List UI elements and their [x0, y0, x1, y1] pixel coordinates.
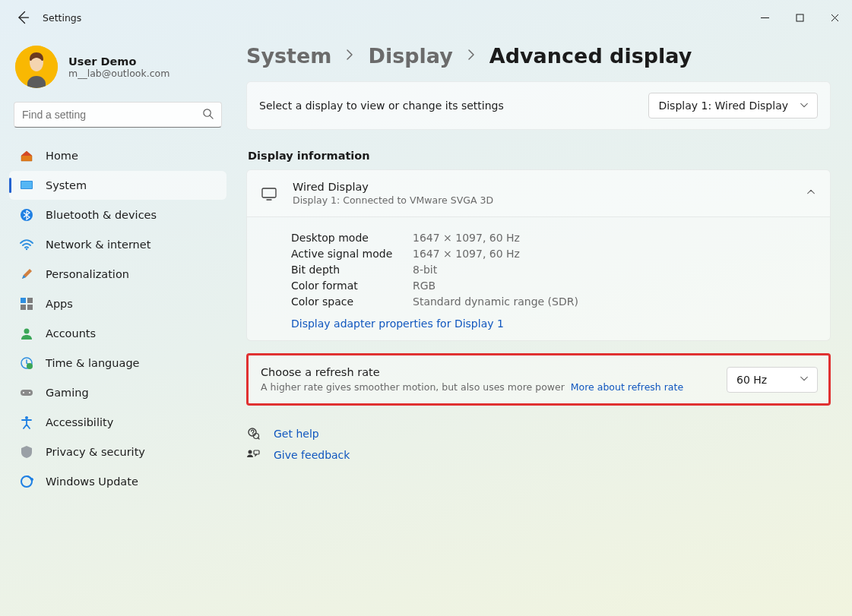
wifi-icon	[20, 238, 33, 251]
sidebar-item-accessibility[interactable]: Accessibility	[9, 408, 226, 437]
bluetooth-icon	[20, 208, 33, 222]
display-name: Wired Display	[293, 181, 493, 193]
sidebar-item-label: Gaming	[46, 387, 89, 399]
sidebar-item-home[interactable]: Home	[9, 141, 226, 170]
window-title: Settings	[43, 12, 81, 24]
refresh-rate-value: 60 Hz	[736, 374, 767, 386]
sidebar-item-system[interactable]: System	[9, 171, 226, 200]
info-key: Active signal mode	[291, 248, 394, 260]
titlebar: Settings	[0, 0, 852, 35]
chevron-right-icon	[344, 49, 356, 63]
refresh-rate-sub: A higher rate gives smoother motion, but…	[261, 381, 683, 393]
close-icon	[831, 14, 839, 22]
search-input[interactable]	[22, 109, 202, 121]
sidebar-item-label: Privacy & security	[46, 446, 145, 458]
clock-globe-icon	[20, 356, 33, 370]
update-icon	[20, 475, 33, 488]
refresh-rate-more-link[interactable]: More about refresh rate	[571, 381, 683, 393]
display-selector-dropdown[interactable]: Display 1: Wired Display	[648, 93, 818, 118]
sidebar-nav: Home System Bluetooth & devices Network …	[9, 141, 226, 496]
svg-rect-7	[21, 298, 26, 303]
feedback-icon	[246, 448, 260, 462]
info-row-bit-depth: Bit depth 8-bit	[291, 264, 815, 276]
give-feedback-row: Give feedback	[246, 448, 831, 462]
sidebar-item-network[interactable]: Network & internet	[9, 230, 226, 259]
sidebar-item-label: Windows Update	[46, 475, 138, 488]
accessibility-icon	[20, 415, 33, 429]
sidebar-item-apps[interactable]: Apps	[9, 289, 226, 318]
sidebar-item-label: Home	[46, 150, 78, 162]
minimize-icon	[761, 14, 769, 22]
breadcrumb-system[interactable]: System	[246, 44, 331, 68]
info-row-active-signal: Active signal mode 1647 × 1097, 60 Hz	[291, 248, 815, 260]
svg-point-15	[23, 392, 24, 393]
sidebar-item-label: Bluetooth & devices	[46, 209, 157, 221]
sidebar-item-time[interactable]: Time & language	[9, 349, 226, 377]
svg-rect-9	[21, 305, 26, 310]
chevron-down-icon	[799, 100, 809, 112]
refresh-rate-title: Choose a refresh rate	[261, 366, 683, 378]
minimize-button[interactable]	[747, 0, 782, 35]
sidebar: User Demo m__lab@outlook.com Home System…	[0, 35, 236, 616]
shield-icon	[20, 445, 33, 459]
info-value: 1647 × 1097, 60 Hz	[413, 248, 520, 260]
sidebar-item-label: Accounts	[46, 327, 96, 340]
user-email: m__lab@outlook.com	[68, 68, 169, 79]
svg-rect-24	[254, 450, 259, 454]
gamepad-icon	[20, 386, 33, 400]
sidebar-item-bluetooth[interactable]: Bluetooth & devices	[9, 201, 226, 229]
svg-rect-4	[21, 182, 32, 188]
maximize-button[interactable]	[782, 0, 817, 35]
search-box[interactable]	[14, 102, 222, 128]
display-selector-value: Display 1: Wired Display	[658, 100, 788, 112]
info-key: Color space	[291, 295, 394, 308]
svg-rect-14	[21, 390, 33, 396]
sidebar-item-privacy[interactable]: Privacy & security	[9, 438, 226, 466]
svg-point-17	[25, 416, 28, 419]
breadcrumb-display[interactable]: Display	[368, 44, 452, 68]
refresh-rate-dropdown[interactable]: 60 Hz	[727, 367, 818, 393]
svg-point-13	[27, 363, 33, 369]
maximize-icon	[796, 14, 804, 22]
info-row-color-space: Color space Standard dynamic range (SDR)	[291, 295, 815, 308]
search-icon	[202, 108, 214, 122]
user-name: User Demo	[68, 55, 169, 68]
back-arrow-icon	[15, 10, 30, 25]
back-button[interactable]	[15, 10, 30, 25]
monitor-icon	[261, 185, 277, 202]
help-icon	[246, 427, 260, 441]
svg-point-23	[249, 450, 252, 454]
adapter-properties-link[interactable]: Display adapter properties for Display 1	[291, 317, 504, 330]
info-key: Desktop mode	[291, 232, 394, 244]
window-controls	[747, 0, 852, 35]
display-info-header[interactable]: Wired Display Display 1: Connected to VM…	[246, 169, 831, 216]
sidebar-item-accounts[interactable]: Accounts	[9, 319, 226, 348]
info-value: RGB	[413, 280, 436, 292]
sidebar-item-update[interactable]: Windows Update	[9, 467, 226, 496]
home-icon	[20, 149, 33, 163]
breadcrumb: System Display Advanced display	[246, 44, 831, 68]
get-help-row: Get help	[246, 427, 831, 441]
brush-icon	[20, 267, 33, 281]
sidebar-item-label: System	[46, 179, 87, 191]
svg-point-6	[26, 248, 27, 250]
refresh-rate-sub-text: A higher rate gives smoother motion, but…	[261, 381, 565, 393]
user-profile[interactable]: User Demo m__lab@outlook.com	[9, 41, 226, 100]
info-value: 1647 × 1097, 60 Hz	[413, 232, 520, 244]
info-value: Standard dynamic range (SDR)	[413, 295, 578, 308]
sidebar-item-gaming[interactable]: Gaming	[9, 378, 226, 407]
give-feedback-link[interactable]: Give feedback	[274, 449, 350, 461]
person-icon	[20, 327, 33, 340]
sidebar-item-label: Apps	[46, 298, 73, 310]
chevron-right-icon	[465, 49, 477, 63]
sidebar-item-label: Time & language	[46, 357, 140, 369]
avatar	[15, 46, 58, 88]
get-help-link[interactable]: Get help	[274, 428, 319, 440]
svg-rect-10	[27, 305, 33, 310]
sidebar-item-label: Network & internet	[46, 239, 150, 251]
svg-rect-0	[797, 14, 803, 21]
close-button[interactable]	[817, 0, 852, 35]
breadcrumb-current: Advanced display	[489, 44, 692, 68]
sidebar-item-personalization[interactable]: Personalization	[9, 260, 226, 289]
select-display-prompt: Select a display to view or change its s…	[259, 100, 504, 112]
